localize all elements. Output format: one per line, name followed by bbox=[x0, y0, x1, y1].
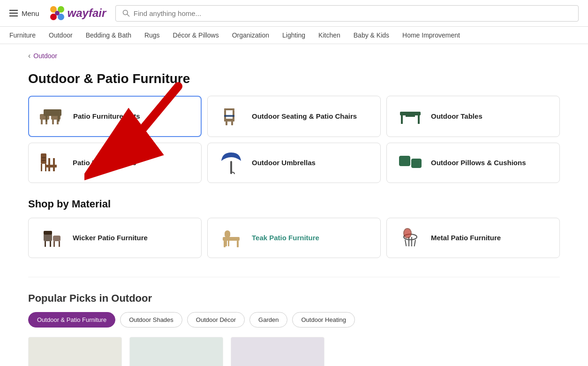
svg-rect-53 bbox=[228, 238, 229, 246]
svg-rect-43 bbox=[50, 241, 51, 247]
category-grid: Patio Furniture Sets Outdoor Seating & bbox=[28, 96, 560, 183]
svg-rect-41 bbox=[44, 234, 52, 241]
patio-sets-label: Patio Furniture Sets bbox=[73, 112, 140, 121]
patio-bar-label: Patio Bar Furniture bbox=[73, 158, 136, 168]
nav-item-kitchen[interactable]: Kitchen bbox=[318, 31, 340, 39]
svg-rect-47 bbox=[59, 241, 60, 247]
svg-rect-42 bbox=[45, 241, 46, 247]
category-section: Patio Furniture Sets Outdoor Seating & bbox=[28, 96, 560, 183]
nav-item-furniture[interactable]: Furniture bbox=[9, 31, 36, 39]
outdoor-seating-icon bbox=[217, 104, 245, 129]
menu-label: Menu bbox=[22, 9, 39, 17]
outdoor-tables-label: Outdoor Tables bbox=[431, 112, 482, 121]
teak-label: Teak Patio Furniture bbox=[252, 233, 319, 243]
svg-rect-52 bbox=[226, 238, 227, 246]
svg-rect-31 bbox=[42, 160, 45, 161]
logo[interactable]: wayfair bbox=[49, 5, 106, 22]
wicker-label: Wicker Patio Furniture bbox=[73, 233, 148, 243]
svg-rect-29 bbox=[45, 164, 46, 171]
metal-label: Metal Patio Furniture bbox=[431, 233, 501, 243]
patio-bar-icon bbox=[38, 151, 66, 175]
shop-by-material-section: Shop by Material Wicker Patio Furniture bbox=[28, 198, 560, 258]
svg-rect-48 bbox=[223, 237, 240, 241]
svg-rect-36 bbox=[53, 168, 55, 171]
pill-outdoor-shades[interactable]: Outdoor Shades bbox=[120, 312, 182, 328]
svg-point-4 bbox=[55, 11, 60, 15]
svg-rect-37 bbox=[230, 161, 232, 174]
logo-icon bbox=[49, 5, 66, 22]
menu-button[interactable]: Menu bbox=[9, 9, 39, 17]
search-input[interactable] bbox=[134, 9, 572, 17]
popular-picks-title: Popular Picks in Outdoor bbox=[28, 292, 560, 305]
nav-item-organization[interactable]: Organization bbox=[232, 31, 269, 39]
header: Menu wayfair bbox=[0, 0, 588, 27]
outdoor-umbrellas-label: Outdoor Umbrellas bbox=[252, 158, 316, 168]
category-patio-sets[interactable]: Patio Furniture Sets bbox=[28, 96, 202, 137]
shop-by-material-title: Shop by Material bbox=[28, 198, 560, 210]
metal-icon bbox=[396, 226, 424, 250]
svg-rect-27 bbox=[41, 153, 46, 164]
svg-rect-22 bbox=[224, 115, 234, 117]
nav-item-bedding[interactable]: Bedding & Bath bbox=[86, 31, 131, 39]
svg-rect-44 bbox=[44, 231, 52, 235]
svg-point-59 bbox=[404, 229, 411, 238]
outdoor-pillows-icon bbox=[396, 151, 424, 175]
hamburger-icon bbox=[9, 10, 18, 16]
teak-icon bbox=[217, 226, 245, 250]
breadcrumb: ‹ Outdoor bbox=[0, 44, 588, 64]
category-outdoor-tables[interactable]: Outdoor Tables bbox=[386, 96, 560, 137]
outdoor-seating-label: Outdoor Seating & Patio Chairs bbox=[252, 112, 357, 121]
category-teak[interactable]: Teak Patio Furniture bbox=[207, 218, 381, 258]
search-bar[interactable] bbox=[115, 5, 579, 22]
nav-item-decor[interactable]: Décor & Pillows bbox=[173, 31, 219, 39]
breadcrumb-parent[interactable]: Outdoor bbox=[33, 52, 57, 60]
pill-outdoor-heating[interactable]: Outdoor Heating bbox=[292, 312, 354, 328]
pill-garden[interactable]: Garden bbox=[249, 312, 287, 328]
svg-rect-30 bbox=[42, 157, 45, 158]
svg-rect-16 bbox=[224, 108, 234, 110]
category-outdoor-umbrellas[interactable]: Outdoor Umbrellas bbox=[207, 143, 381, 183]
wicker-icon bbox=[38, 226, 66, 250]
svg-rect-45 bbox=[53, 236, 60, 241]
svg-rect-49 bbox=[224, 241, 226, 247]
search-icon bbox=[122, 9, 130, 17]
svg-rect-14 bbox=[45, 116, 47, 122]
category-outdoor-pillows[interactable]: Outdoor Pillows & Cushions bbox=[386, 143, 560, 183]
svg-rect-15 bbox=[58, 116, 60, 122]
nav-item-outdoor[interactable]: Outdoor bbox=[49, 31, 73, 39]
svg-rect-26 bbox=[406, 115, 415, 117]
nav-item-lighting[interactable]: Lighting bbox=[282, 31, 305, 39]
nav-item-baby[interactable]: Baby & Kids bbox=[354, 31, 389, 39]
category-patio-bar[interactable]: Patio Bar Furniture bbox=[28, 143, 202, 183]
popular-picks-section: Popular Picks in Outdoor Outdoor & Patio… bbox=[28, 277, 560, 366]
category-outdoor-seating[interactable]: Outdoor Seating & Patio Chairs bbox=[207, 96, 381, 137]
svg-rect-50 bbox=[237, 241, 239, 247]
svg-rect-46 bbox=[53, 241, 55, 247]
pill-outdoor-patio-furniture[interactable]: Outdoor & Patio Furniture bbox=[28, 312, 115, 328]
svg-rect-56 bbox=[411, 237, 412, 246]
svg-rect-8 bbox=[41, 120, 43, 124]
page-title: Outdoor & Patio Furniture bbox=[28, 71, 560, 86]
outdoor-umbrellas-icon bbox=[217, 151, 245, 175]
product-card-1[interactable] bbox=[28, 337, 122, 366]
svg-rect-20 bbox=[226, 122, 227, 125]
svg-rect-39 bbox=[411, 159, 422, 168]
pill-outdoor-decor[interactable]: Outdoor Décor bbox=[187, 312, 245, 328]
svg-rect-23 bbox=[400, 112, 421, 115]
nav-item-rugs[interactable]: Rugs bbox=[144, 31, 160, 39]
main-nav: Furniture Outdoor Bedding & Bath Rugs Dé… bbox=[0, 27, 588, 44]
svg-rect-51 bbox=[225, 230, 230, 238]
nav-item-home-improvement[interactable]: Home Improvement bbox=[402, 31, 460, 39]
product-row bbox=[28, 337, 560, 366]
svg-rect-28 bbox=[41, 164, 42, 171]
main-content: Outdoor & Patio Furniture bbox=[0, 64, 588, 366]
category-metal[interactable]: Metal Patio Furniture bbox=[386, 218, 560, 258]
svg-rect-25 bbox=[418, 115, 420, 124]
category-wicker[interactable]: Wicker Patio Furniture bbox=[28, 218, 202, 258]
svg-rect-11 bbox=[52, 120, 54, 124]
svg-rect-35 bbox=[48, 168, 50, 171]
product-card-3[interactable] bbox=[231, 337, 324, 366]
product-card-2[interactable] bbox=[129, 337, 223, 366]
outdoor-tables-icon bbox=[396, 104, 424, 129]
svg-line-6 bbox=[127, 14, 129, 16]
